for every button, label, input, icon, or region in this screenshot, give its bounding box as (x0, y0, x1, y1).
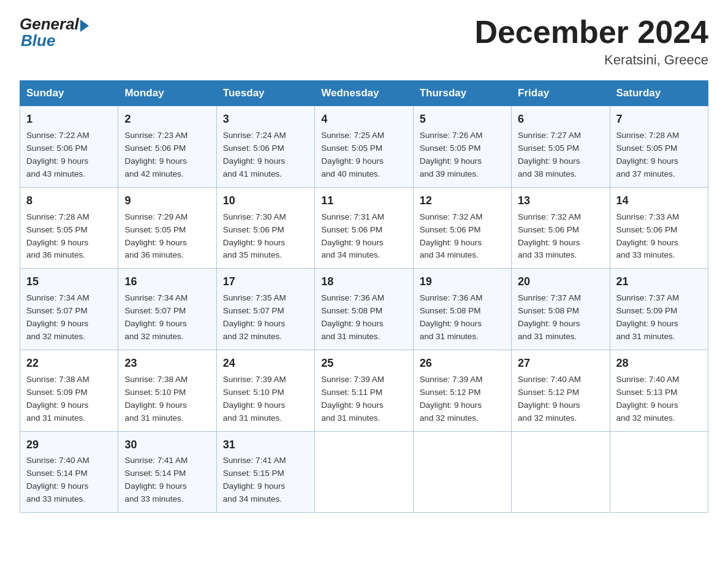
page-header: General Blue December 2024 Keratsini, Gr… (20, 15, 708, 68)
day-info: Sunrise: 7:28 AMSunset: 5:05 PMDaylight:… (26, 212, 89, 260)
day-info: Sunrise: 7:23 AMSunset: 5:06 PMDaylight:… (124, 131, 188, 178)
calendar-cell: 26Sunrise: 7:39 AMSunset: 5:12 PMDayligh… (413, 350, 511, 431)
day-number: 2 (124, 111, 210, 128)
calendar-header-row: SundayMondayTuesdayWednesdayThursdayFrid… (20, 81, 708, 106)
day-info: Sunrise: 7:40 AMSunset: 5:12 PMDaylight:… (518, 375, 581, 423)
calendar-cell: 7Sunrise: 7:28 AMSunset: 5:05 PMDaylight… (610, 106, 708, 188)
calendar-week-row: 29Sunrise: 7:40 AMSunset: 5:14 PMDayligh… (20, 431, 708, 513)
day-info: Sunrise: 7:39 AMSunset: 5:11 PMDaylight:… (321, 375, 384, 423)
day-info: Sunrise: 7:35 AMSunset: 5:07 PMDaylight:… (223, 293, 286, 341)
header-tuesday: Tuesday (216, 81, 314, 106)
day-info: Sunrise: 7:28 AMSunset: 5:05 PMDaylight:… (616, 131, 680, 178)
calendar-cell: 31Sunrise: 7:41 AMSunset: 5:15 PMDayligh… (216, 431, 314, 513)
day-number: 24 (223, 355, 308, 372)
calendar-cell: 14Sunrise: 7:33 AMSunset: 5:06 PMDayligh… (610, 187, 708, 269)
calendar-cell: 27Sunrise: 7:40 AMSunset: 5:12 PMDayligh… (512, 350, 610, 431)
day-number: 15 (26, 274, 112, 291)
calendar-cell (413, 431, 511, 513)
calendar-cell: 13Sunrise: 7:32 AMSunset: 5:06 PMDayligh… (512, 187, 610, 269)
day-number: 14 (616, 193, 702, 210)
calendar-cell (512, 431, 610, 513)
day-number: 22 (26, 355, 112, 372)
day-number: 10 (223, 193, 308, 210)
day-number: 27 (518, 355, 603, 372)
calendar-cell: 25Sunrise: 7:39 AMSunset: 5:11 PMDayligh… (315, 350, 413, 431)
day-info: Sunrise: 7:36 AMSunset: 5:08 PMDaylight:… (321, 293, 384, 341)
calendar-cell: 28Sunrise: 7:40 AMSunset: 5:13 PMDayligh… (610, 350, 708, 431)
day-number: 21 (616, 274, 702, 291)
day-info: Sunrise: 7:24 AMSunset: 5:06 PMDaylight:… (223, 131, 286, 178)
day-number: 31 (223, 437, 308, 454)
day-info: Sunrise: 7:34 AMSunset: 5:07 PMDaylight:… (26, 293, 89, 341)
calendar-cell: 19Sunrise: 7:36 AMSunset: 5:08 PMDayligh… (413, 269, 511, 350)
location: Keratsini, Greece (474, 52, 708, 68)
day-info: Sunrise: 7:26 AMSunset: 5:05 PMDaylight:… (420, 131, 483, 178)
header-thursday: Thursday (413, 81, 511, 106)
day-info: Sunrise: 7:31 AMSunset: 5:06 PMDaylight:… (321, 212, 384, 260)
day-number: 6 (518, 111, 603, 128)
day-number: 5 (420, 111, 505, 128)
day-info: Sunrise: 7:25 AMSunset: 5:05 PMDaylight:… (321, 131, 384, 178)
day-number: 4 (321, 111, 406, 128)
day-info: Sunrise: 7:39 AMSunset: 5:12 PMDaylight:… (420, 375, 483, 423)
calendar-cell: 23Sunrise: 7:38 AMSunset: 5:10 PMDayligh… (118, 350, 216, 431)
day-info: Sunrise: 7:34 AMSunset: 5:07 PMDaylight:… (124, 293, 188, 341)
calendar-cell: 17Sunrise: 7:35 AMSunset: 5:07 PMDayligh… (216, 269, 314, 350)
day-number: 25 (321, 355, 406, 372)
calendar-cell: 18Sunrise: 7:36 AMSunset: 5:08 PMDayligh… (315, 269, 413, 350)
calendar-week-row: 1Sunrise: 7:22 AMSunset: 5:06 PMDaylight… (20, 106, 708, 188)
day-info: Sunrise: 7:33 AMSunset: 5:06 PMDaylight:… (616, 212, 680, 260)
calendar-week-row: 22Sunrise: 7:38 AMSunset: 5:09 PMDayligh… (20, 350, 708, 431)
day-number: 11 (321, 193, 406, 210)
logo-arrow-icon (80, 20, 89, 32)
month-title: December 2024 (474, 15, 708, 50)
day-number: 13 (518, 193, 603, 210)
day-number: 3 (223, 111, 308, 128)
logo: General Blue (20, 15, 89, 50)
day-number: 12 (420, 193, 505, 210)
day-number: 18 (321, 274, 406, 291)
day-info: Sunrise: 7:41 AMSunset: 5:15 PMDaylight:… (223, 456, 286, 504)
day-number: 30 (124, 437, 210, 454)
day-info: Sunrise: 7:27 AMSunset: 5:05 PMDaylight:… (518, 131, 581, 178)
day-number: 28 (616, 355, 702, 372)
calendar-cell: 6Sunrise: 7:27 AMSunset: 5:05 PMDaylight… (512, 106, 610, 188)
day-info: Sunrise: 7:32 AMSunset: 5:06 PMDaylight:… (518, 212, 581, 260)
calendar-cell: 10Sunrise: 7:30 AMSunset: 5:06 PMDayligh… (216, 187, 314, 269)
day-info: Sunrise: 7:40 AMSunset: 5:13 PMDaylight:… (616, 375, 680, 423)
calendar-cell: 15Sunrise: 7:34 AMSunset: 5:07 PMDayligh… (20, 269, 118, 350)
header-wednesday: Wednesday (315, 81, 413, 106)
day-info: Sunrise: 7:39 AMSunset: 5:10 PMDaylight:… (223, 375, 286, 423)
day-number: 19 (420, 274, 505, 291)
calendar-cell: 22Sunrise: 7:38 AMSunset: 5:09 PMDayligh… (20, 350, 118, 431)
day-info: Sunrise: 7:37 AMSunset: 5:08 PMDaylight:… (518, 293, 581, 341)
day-number: 1 (26, 111, 112, 128)
calendar-table: SundayMondayTuesdayWednesdayThursdayFrid… (20, 80, 708, 513)
day-number: 17 (223, 274, 308, 291)
calendar-cell: 11Sunrise: 7:31 AMSunset: 5:06 PMDayligh… (315, 187, 413, 269)
day-info: Sunrise: 7:22 AMSunset: 5:06 PMDaylight:… (26, 131, 89, 178)
header-sunday: Sunday (20, 81, 118, 106)
header-monday: Monday (118, 81, 216, 106)
day-info: Sunrise: 7:40 AMSunset: 5:14 PMDaylight:… (26, 456, 89, 504)
day-info: Sunrise: 7:41 AMSunset: 5:14 PMDaylight:… (124, 456, 188, 504)
calendar-week-row: 8Sunrise: 7:28 AMSunset: 5:05 PMDaylight… (20, 187, 708, 269)
day-number: 29 (26, 437, 112, 454)
calendar-cell: 1Sunrise: 7:22 AMSunset: 5:06 PMDaylight… (20, 106, 118, 188)
calendar-cell: 3Sunrise: 7:24 AMSunset: 5:06 PMDaylight… (216, 106, 314, 188)
calendar-cell: 20Sunrise: 7:37 AMSunset: 5:08 PMDayligh… (512, 269, 610, 350)
day-info: Sunrise: 7:38 AMSunset: 5:10 PMDaylight:… (124, 375, 188, 423)
calendar-cell: 21Sunrise: 7:37 AMSunset: 5:09 PMDayligh… (610, 269, 708, 350)
day-info: Sunrise: 7:38 AMSunset: 5:09 PMDaylight:… (26, 375, 89, 423)
calendar-cell: 9Sunrise: 7:29 AMSunset: 5:05 PMDaylight… (118, 187, 216, 269)
calendar-cell: 8Sunrise: 7:28 AMSunset: 5:05 PMDaylight… (20, 187, 118, 269)
calendar-cell: 12Sunrise: 7:32 AMSunset: 5:06 PMDayligh… (413, 187, 511, 269)
day-number: 20 (518, 274, 603, 291)
header-friday: Friday (512, 81, 610, 106)
day-number: 7 (616, 111, 702, 128)
calendar-cell: 4Sunrise: 7:25 AMSunset: 5:05 PMDaylight… (315, 106, 413, 188)
day-info: Sunrise: 7:30 AMSunset: 5:06 PMDaylight:… (223, 212, 286, 260)
calendar-cell: 16Sunrise: 7:34 AMSunset: 5:07 PMDayligh… (118, 269, 216, 350)
day-info: Sunrise: 7:29 AMSunset: 5:05 PMDaylight:… (124, 212, 188, 260)
calendar-cell: 24Sunrise: 7:39 AMSunset: 5:10 PMDayligh… (216, 350, 314, 431)
